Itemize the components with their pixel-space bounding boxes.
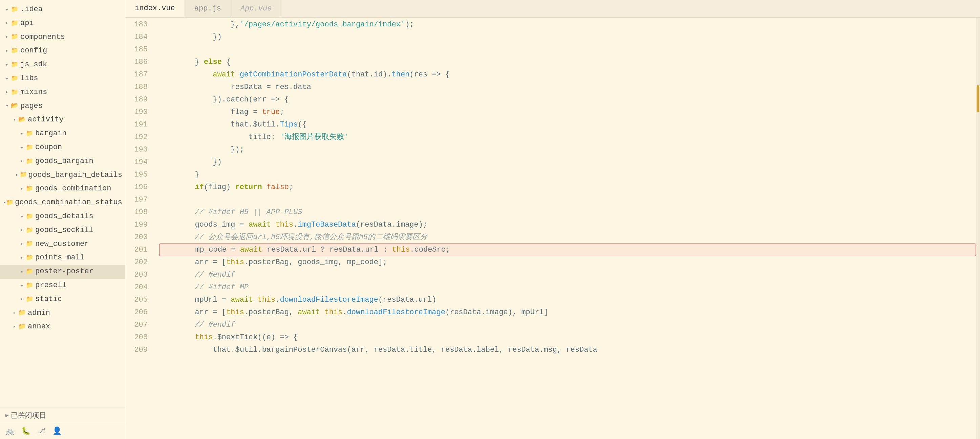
tree-item-label: goods_combination xyxy=(35,184,111,194)
scrollbar[interactable] xyxy=(976,17,980,439)
tree-item-bargain[interactable]: ▸ 📁 bargain xyxy=(0,127,125,141)
code-line-195: } xyxy=(159,168,976,181)
editor-panel: index.vue app.js App.vue 183184185▾186▾1… xyxy=(125,0,980,439)
tree-item-pages[interactable]: ▾ 📂 pages xyxy=(0,100,125,113)
code-content[interactable]: },'/pages/activity/goods_bargain/index')… xyxy=(153,17,976,439)
tab-app-js[interactable]: app.js xyxy=(185,0,231,17)
bug-icon[interactable]: 🐛 xyxy=(21,426,30,436)
code-line-192: title: '海报图片获取失败' xyxy=(159,131,976,143)
code-line-208: this.$nextTick((e) => { xyxy=(159,331,976,344)
code-container: 183184185▾186▾187188▾189190▾191192193194… xyxy=(125,17,980,439)
code-line-185 xyxy=(159,43,976,56)
code-line-202: arr = [this.posterBag, goods_img, mp_cod… xyxy=(159,256,976,269)
folder-icon: 📁 xyxy=(25,240,34,248)
code-line-194: }) xyxy=(159,156,976,168)
tree-item-config[interactable]: ▸ 📁 config xyxy=(0,44,125,58)
tree-item-goods_details[interactable]: ▸ 📁 goods_details xyxy=(0,210,125,223)
line-number-187: ▾187 xyxy=(125,68,153,81)
tree-item-label: components xyxy=(20,32,65,43)
tree-item-goods_combination[interactable]: ▸ 📁 goods_combination xyxy=(0,182,125,196)
folder-arrow: ▸ xyxy=(4,48,10,54)
close-project-label[interactable]: 已关闭项目 xyxy=(11,410,46,420)
line-number-195: 195 xyxy=(125,168,153,181)
tree-item-label: goods_seckill xyxy=(35,225,94,236)
tree-item-libs[interactable]: ▸ 📁 libs xyxy=(0,72,125,86)
folder-icon: 📁 xyxy=(18,323,26,331)
code-line-190: flag = true; xyxy=(159,106,976,118)
sidebar-toolbar: 🚲 🐛 ⎇ 👤 xyxy=(0,423,125,439)
code-line-189: }).catch(err => { xyxy=(159,94,976,106)
tree-item-goods_bargain[interactable]: ▸ 📁 goods_bargain xyxy=(0,155,125,168)
folder-arrow: ▸ xyxy=(4,34,10,41)
scrollbar-thumb[interactable] xyxy=(977,85,979,112)
tree-item-coupon[interactable]: ▸ 📁 coupon xyxy=(0,141,125,155)
tree-item-label: annex xyxy=(28,322,50,332)
tree-item-points_mall[interactable]: ▸ 📁 points_mall xyxy=(0,251,125,265)
folder-icon: 📂 xyxy=(10,102,19,110)
folder-arrow: ▸ xyxy=(19,144,25,151)
tree-item-annex[interactable]: ▸ 📁 annex xyxy=(0,320,125,334)
bike-icon[interactable]: 🚲 xyxy=(5,426,14,436)
tree-item-activity[interactable]: ▾ 📂 activity xyxy=(0,113,125,127)
user-icon[interactable]: 👤 xyxy=(52,426,62,436)
file-tree: ▸ 📁 .idea ▸ 📁 api ▸ 📁 components ▸ 📁 con… xyxy=(0,0,125,407)
tree-item-goods_combination_status[interactable]: ▸ 📁 goods_combination_status xyxy=(0,196,125,210)
line-number-190: 190 xyxy=(125,106,153,118)
folder-arrow: ▸ xyxy=(3,200,6,206)
code-line-207: // #endif xyxy=(159,319,976,331)
folder-icon: 📁 xyxy=(25,185,34,193)
chevron-right-icon: ▶ xyxy=(5,412,9,419)
code-line-187: await getCombinationPosterData(that.id).… xyxy=(159,68,976,81)
code-line-183: },'/pages/activity/goods_bargain/index')… xyxy=(159,18,976,31)
folder-arrow: ▸ xyxy=(4,75,10,82)
tree-item-label: mixins xyxy=(20,87,47,98)
tree-item-label: pages xyxy=(20,101,43,112)
tree-item-mixins[interactable]: ▸ 📁 mixins xyxy=(0,86,125,100)
tree-item-poster-poster[interactable]: ▸ 📁 poster-poster xyxy=(0,265,125,279)
tree-item-new_customer[interactable]: ▸ 📁 new_customer xyxy=(0,238,125,251)
tab-index-vue[interactable]: index.vue xyxy=(125,0,185,17)
folder-icon: 📁 xyxy=(25,254,34,262)
line-number-186: ▾186 xyxy=(125,56,153,68)
folder-arrow: ▸ xyxy=(19,130,25,137)
folder-arrow: ▸ xyxy=(19,296,25,303)
folder-arrow: ▸ xyxy=(19,213,25,220)
folder-icon: 📁 xyxy=(10,19,19,28)
tree-item-components[interactable]: ▸ 📁 components xyxy=(0,30,125,44)
tree-item-goods_seckill[interactable]: ▸ 📁 goods_seckill xyxy=(0,223,125,238)
tree-item-admin[interactable]: ▸ 📁 admin xyxy=(0,306,125,320)
tree-item-static[interactable]: ▸ 📁 static xyxy=(0,293,125,306)
folder-arrow: ▸ xyxy=(4,20,10,27)
folder-icon: 📁 xyxy=(6,198,14,207)
folder-icon: 📁 xyxy=(10,5,19,14)
code-line-197 xyxy=(159,193,976,206)
folder-arrow: ▸ xyxy=(19,241,25,247)
tree-item-js_sdk[interactable]: ▸ 📁 js_sdk xyxy=(0,58,125,72)
tree-item-idea[interactable]: ▸ 📁 .idea xyxy=(0,3,125,17)
tree-item-label: coupon xyxy=(35,143,62,153)
line-number-205: 205 xyxy=(125,293,153,306)
tree-item-goods_bargain_details[interactable]: ▸ 📁 goods_bargain_details xyxy=(0,168,125,182)
folder-arrow: ▸ xyxy=(15,172,20,179)
git-icon[interactable]: ⎇ xyxy=(37,426,46,436)
line-number-208: ▾208 xyxy=(125,331,153,344)
tab-app-vue[interactable]: App.vue xyxy=(231,0,282,17)
tree-item-label: goods_details xyxy=(35,211,94,222)
line-number-204: ▾204 xyxy=(125,281,153,293)
tree-item-api[interactable]: ▸ 📁 api xyxy=(0,17,125,30)
close-project-row[interactable]: ▶ 已关闭项目 xyxy=(0,407,125,423)
code-line-199: goods_img = await this.imgToBaseData(res… xyxy=(159,219,976,231)
line-number-185: 185 xyxy=(125,43,153,56)
line-number-192: 192 xyxy=(125,131,153,143)
tree-item-presell[interactable]: ▸ 📁 presell xyxy=(0,279,125,293)
code-line-209: that.$util.bargainPosterCanvas(arr, resD… xyxy=(159,344,976,356)
folder-arrow: ▸ xyxy=(4,62,10,68)
code-line-206: arr = [this.posterBag, await this.downlo… xyxy=(159,306,976,319)
code-line-193: }); xyxy=(159,143,976,156)
line-number-196: 196 xyxy=(125,181,153,193)
line-number-207: 207 xyxy=(125,319,153,331)
line-number-201: 201 xyxy=(125,244,153,256)
code-line-184: }) xyxy=(159,31,976,43)
line-number-197: 197 xyxy=(125,193,153,206)
tree-item-label: goods_combination_status xyxy=(15,198,122,208)
